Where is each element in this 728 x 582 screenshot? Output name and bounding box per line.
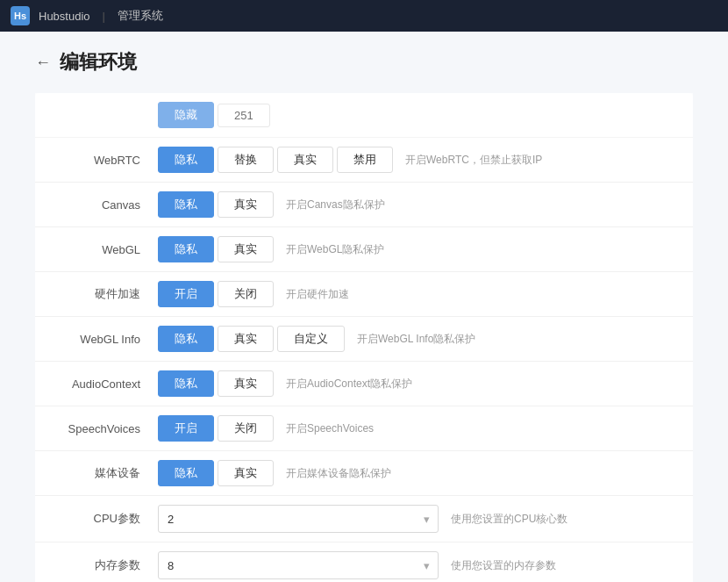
label-mediadevice: 媒体设备	[53, 465, 158, 481]
form-row-webrtc: WebRTC 隐私 替换 真实 禁用 开启WebRTC，但禁止获取IP	[35, 138, 693, 183]
hint-memory: 使用您设置的内存参数	[451, 558, 556, 573]
hint-cpu: 使用您设置的CPU核心数	[451, 512, 567, 527]
app-logo: Hs	[11, 6, 30, 25]
label-cpu: CPU参数	[53, 511, 158, 527]
controls-cpu: 2 4 8 ▾ 使用您设置的CPU核心数	[158, 505, 675, 533]
label-webglinfo: WebGL Info	[53, 333, 158, 346]
hint-canvas: 开启Canvas隐私保护	[286, 198, 385, 212]
controls-partial: 隐藏 251	[158, 102, 675, 128]
form-container: 隐藏 251 WebRTC 隐私 替换 真实 禁用 开启WebRTC，但禁止获取…	[35, 93, 693, 582]
btn-mediadevice-privacy[interactable]: 隐私	[158, 460, 214, 486]
controls-canvas: 隐私 真实 开启Canvas隐私保护	[158, 191, 675, 218]
btn-canvas-real[interactable]: 真实	[218, 191, 274, 218]
btn-partial-2[interactable]: 251	[218, 104, 270, 127]
form-row-cpu: CPU参数 2 4 8 ▾ 使用您设置的CPU核心数	[35, 496, 693, 542]
controls-mediadevice: 隐私 真实 开启媒体设备隐私保护	[158, 460, 675, 486]
back-button[interactable]: ←	[35, 54, 51, 72]
controls-webglinfo: 隐私 真实 自定义 开启WebGL Info隐私保护	[158, 326, 675, 352]
btn-partial-1[interactable]: 隐藏	[158, 102, 214, 128]
btn-hardware-on[interactable]: 开启	[158, 281, 214, 307]
cpu-select-wrapper: 2 4 8 ▾	[158, 505, 439, 533]
btn-webrtc-replace[interactable]: 替换	[218, 147, 274, 173]
label-memory: 内存参数	[53, 557, 158, 573]
btn-webgl-real[interactable]: 真实	[218, 236, 274, 262]
hint-webglinfo: 开启WebGL Info隐私保护	[357, 332, 475, 347]
page-header: ← 编辑环境	[35, 49, 693, 75]
hint-webgl: 开启WebGL隐私保护	[286, 242, 384, 257]
controls-speechvoices: 开启 关闭 开启SpeechVoices	[158, 415, 675, 442]
cpu-select[interactable]: 2 4 8	[158, 505, 439, 533]
page-title: 编辑环境	[60, 49, 137, 75]
form-row-webglinfo: WebGL Info 隐私 真实 自定义 开启WebGL Info隐私保护	[35, 317, 693, 362]
app-name: Hubstudio	[39, 10, 90, 23]
btn-webrtc-privacy[interactable]: 隐私	[158, 147, 214, 173]
form-row-hardware: 硬件加速 开启 关闭 开启硬件加速	[35, 272, 693, 317]
hint-mediadevice: 开启媒体设备隐私保护	[286, 466, 391, 481]
btn-webrtc-disable[interactable]: 禁用	[337, 147, 393, 173]
label-audiocontext: AudioContext	[53, 377, 158, 391]
label-canvas: Canvas	[53, 198, 158, 212]
hint-hardware: 开启硬件加速	[286, 287, 349, 302]
form-row-mediadevice: 媒体设备 隐私 真实 开启媒体设备隐私保护	[35, 451, 693, 496]
btn-webgl-privacy[interactable]: 隐私	[158, 236, 214, 262]
page-content: ← 编辑环境 隐藏 251 WebRTC 隐私 替换 真实 禁用 开启WebRT…	[0, 32, 728, 582]
form-row-webgl: WebGL 隐私 真实 开启WebGL隐私保护	[35, 227, 693, 272]
btn-webglinfo-custom[interactable]: 自定义	[277, 326, 345, 352]
form-row-partial: 隐藏 251	[35, 93, 693, 138]
btn-webrtc-real[interactable]: 真实	[277, 147, 333, 173]
controls-hardware: 开启 关闭 开启硬件加速	[158, 281, 675, 307]
form-row-speechvoices: SpeechVoices 开启 关闭 开启SpeechVoices	[35, 406, 693, 451]
label-speechvoices: SpeechVoices	[53, 422, 158, 435]
memory-select-wrapper: 4 8 16 ▾	[158, 551, 439, 579]
controls-memory: 4 8 16 ▾ 使用您设置的内存参数	[158, 551, 675, 579]
btn-mediadevice-real[interactable]: 真实	[218, 460, 274, 486]
btn-audiocontext-real[interactable]: 真实	[218, 370, 274, 397]
label-hardware: 硬件加速	[53, 286, 158, 302]
memory-select[interactable]: 4 8 16	[158, 551, 439, 579]
hint-webrtc: 开启WebRTC，但禁止获取IP	[405, 153, 542, 168]
btn-audiocontext-privacy[interactable]: 隐私	[158, 370, 214, 397]
btn-speechvoices-off[interactable]: 关闭	[218, 415, 274, 442]
controls-audiocontext: 隐私 真实 开启AudioContext隐私保护	[158, 370, 675, 397]
titlebar: Hs Hubstudio | 管理系统	[0, 0, 728, 32]
label-webgl: WebGL	[53, 243, 158, 256]
controls-webgl: 隐私 真实 开启WebGL隐私保护	[158, 236, 675, 262]
hint-speechvoices: 开启SpeechVoices	[286, 421, 374, 436]
btn-canvas-privacy[interactable]: 隐私	[158, 191, 214, 218]
label-webrtc: WebRTC	[53, 154, 158, 167]
titlebar-menu: 管理系统	[118, 8, 163, 24]
btn-webglinfo-privacy[interactable]: 隐私	[158, 326, 214, 352]
titlebar-divider: |	[103, 10, 105, 23]
btn-hardware-off[interactable]: 关闭	[218, 281, 274, 307]
form-row-memory: 内存参数 4 8 16 ▾ 使用您设置的内存参数	[35, 542, 693, 582]
form-row-audiocontext: AudioContext 隐私 真实 开启AudioContext隐私保护	[35, 362, 693, 406]
form-row-canvas: Canvas 隐私 真实 开启Canvas隐私保护	[35, 183, 693, 227]
btn-webglinfo-real[interactable]: 真实	[218, 326, 274, 352]
hint-audiocontext: 开启AudioContext隐私保护	[286, 377, 412, 392]
btn-speechvoices-on[interactable]: 开启	[158, 415, 214, 442]
controls-webrtc: 隐私 替换 真实 禁用 开启WebRTC，但禁止获取IP	[158, 147, 675, 173]
